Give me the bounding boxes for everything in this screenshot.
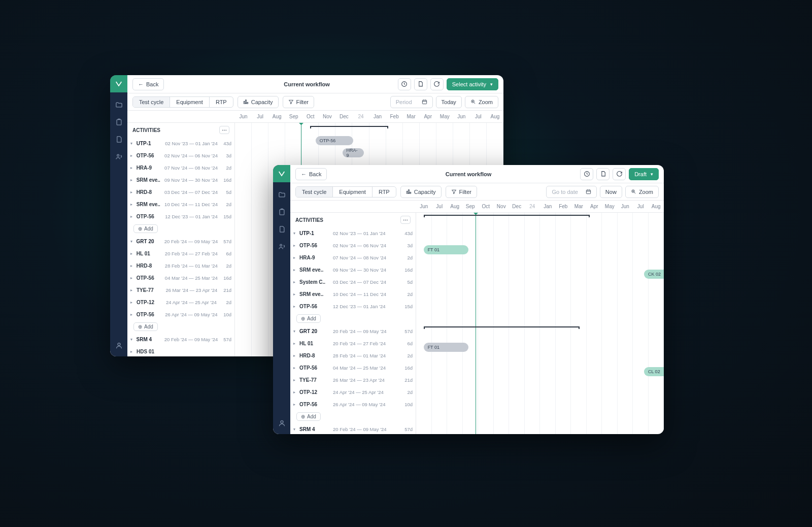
draft-button[interactable]: Draft [629, 168, 659, 180]
activity-row[interactable]: ▸HRA-907 Nov '24 — 08 Nov '242d [290, 251, 416, 264]
topbar: ←Back Current workflow Select activity [127, 75, 503, 93]
zoom-button[interactable]: Zoom [465, 96, 498, 108]
document-icon[interactable] [277, 224, 287, 234]
month-label: Jun [235, 111, 252, 122]
activity-group[interactable]: ▾SRM 420 Feb '24 — 09 May '2457d [127, 333, 234, 345]
period-input[interactable]: Period [390, 96, 433, 108]
svg-rect-7 [422, 100, 426, 104]
user-profile-icon[interactable] [277, 418, 287, 428]
activity-group[interactable]: ▾GRT 2020 Feb '24 — 09 May '2457d [290, 325, 416, 337]
add-button[interactable]: ⊕ Add [133, 224, 158, 233]
activity-row[interactable]: ▸OTP-5602 Nov '24 — 06 Nov '243d [127, 149, 234, 161]
activity-row[interactable]: ▸HL 0120 Feb '24 — 27 Feb '246d [127, 247, 234, 259]
document-icon[interactable] [114, 134, 124, 144]
app-logo[interactable] [110, 75, 127, 92]
month-label: Mar [403, 111, 420, 122]
document-button[interactable] [596, 168, 610, 180]
activity-row[interactable]: ▸HRD-803 Dec '24 — 07 Dec '245d [127, 186, 234, 198]
zoom-button[interactable]: Zoom [625, 186, 659, 198]
month-label: Dec [335, 111, 352, 122]
tab-test-cycle[interactable]: Test cycle [296, 187, 333, 197]
app-logo[interactable] [273, 165, 290, 182]
clipboard-icon[interactable] [114, 117, 124, 127]
svg-rect-9 [280, 209, 284, 215]
page-title: Current workflow [446, 171, 491, 177]
refresh-button[interactable] [430, 78, 444, 90]
filter-button[interactable]: Filter [283, 96, 314, 108]
activity-group[interactable]: ▾GRT 2020 Feb '24 — 09 May '2457d [127, 235, 234, 247]
plus-icon: ⊕ [138, 226, 142, 232]
history-button[interactable] [398, 78, 411, 90]
activity-group[interactable]: ▾UTP-102 Nov '23 — 01 Jan '2443d [127, 137, 234, 149]
svg-rect-14 [408, 190, 409, 193]
goto-date-input[interactable]: Go to date [546, 186, 596, 198]
svg-rect-4 [244, 102, 245, 104]
activity-row[interactable]: ▸OTP-5626 Apr '24 — 09 May '2410d [127, 308, 234, 320]
activity-row[interactable]: ▸SRM eve..10 Dec '24 — 11 Dec '242d [290, 288, 416, 300]
capacity-button[interactable]: Capacity [238, 96, 279, 108]
activity-group[interactable]: ▾SRM 420 Feb '24 — 09 May '2457d [290, 423, 416, 434]
capacity-button[interactable]: Capacity [400, 186, 442, 198]
back-button[interactable]: ←Back [295, 168, 327, 180]
month-label: 24 [352, 111, 369, 122]
activity-group[interactable]: ▾UTP-102 Nov '23 — 01 Jan '2443d [290, 227, 416, 239]
month-label: Sep [463, 201, 479, 212]
activity-row[interactable]: ▸TYE-7726 Mar '24 — 23 Apr '2421d [127, 284, 234, 296]
refresh-button[interactable] [613, 168, 626, 180]
clipboard-icon[interactable] [277, 207, 287, 217]
gantt-bar[interactable]: FT 01 [424, 245, 468, 254]
activity-row[interactable]: ▸SRM eve..09 Nov '24 — 30 Nov '2416d [290, 264, 416, 276]
svg-rect-16 [586, 190, 590, 193]
folder-icon[interactable] [114, 100, 124, 110]
activity-row[interactable]: ▸HRD-828 Feb '24 — 01 Mar '242d [290, 349, 416, 361]
plus-icon: ⊕ [138, 324, 142, 330]
tab-rtp[interactable]: RTP [373, 187, 396, 197]
users-icon[interactable] [277, 241, 287, 251]
tab-equipment[interactable]: Equipment [333, 187, 373, 197]
users-icon[interactable] [114, 151, 124, 161]
activity-panel: ACTIVITIES ⋯ ▾UTP-102 Nov '23 — 01 Jan '… [290, 213, 416, 434]
gantt-bar[interactable]: OTP-56 [316, 136, 353, 145]
month-label: Apr [420, 111, 436, 122]
history-button[interactable] [580, 168, 593, 180]
gantt-chart[interactable]: FT 01CK 02CK 08FT 04FT 01CL 02CH 08FT 04 [416, 213, 664, 434]
now-button[interactable]: Now [600, 186, 622, 198]
document-button[interactable] [414, 78, 427, 90]
activity-row[interactable]: ▸TYE-7726 Mar '24 — 23 Apr '2421d [290, 374, 416, 386]
select-activity-button[interactable]: Select activity [447, 78, 498, 90]
gantt-bar[interactable]: FT 01 [424, 343, 468, 352]
activity-row[interactable]: ▸HDS 01 [127, 345, 234, 356]
activity-row[interactable]: ▸OTP-5612 Dec '23 — 01 Jan '2415d [127, 210, 234, 222]
more-button[interactable]: ⋯ [219, 126, 229, 134]
folder-icon[interactable] [277, 189, 287, 200]
activity-row[interactable]: ▸HRA-907 Nov '24 — 08 Nov '242d [127, 161, 234, 174]
today-button[interactable]: Today [436, 96, 462, 108]
activity-row[interactable]: ▸HL 0120 Feb '24 — 27 Feb '246d [290, 337, 416, 349]
activity-row[interactable]: ▸OTP-5612 Dec '23 — 01 Jan '2415d [290, 300, 416, 312]
add-button[interactable]: ⊕ Add [296, 412, 321, 421]
month-label: Dec [509, 201, 525, 212]
activity-row[interactable]: ▸OTP-5604 Mar '24 — 25 Mar '2416d [290, 361, 416, 374]
month-label: Oct [302, 111, 319, 122]
activity-row[interactable]: ▸SRM eve..10 Dec '24 — 11 Dec '242d [127, 198, 234, 210]
tab-equipment[interactable]: Equipment [170, 97, 210, 107]
back-button[interactable]: ←Back [132, 78, 164, 90]
tab-rtp[interactable]: RTP [210, 97, 233, 107]
gantt-bar[interactable]: CK 02 [644, 270, 664, 279]
activity-row[interactable]: ▸HRD-828 Feb '24 — 01 Mar '242d [127, 259, 234, 272]
activity-row[interactable]: ▸SRM eve..09 Nov '24 — 30 Nov '2416d [127, 174, 234, 186]
filter-button[interactable]: Filter [446, 186, 477, 198]
user-profile-icon[interactable] [114, 340, 124, 350]
activity-row[interactable]: ▸OTP-5626 Apr '24 — 09 May '2410d [290, 398, 416, 410]
activity-row[interactable]: ▸OTP-5602 Nov '24 — 06 Nov '243d [290, 239, 416, 251]
add-button[interactable]: ⊕ Add [296, 314, 321, 323]
activity-row[interactable]: ▸OTP-5604 Mar '24 — 25 Mar '2416d [127, 272, 234, 284]
activity-row[interactable]: ▸OTP-1224 Apr '24 — 25 Apr '242d [127, 296, 234, 308]
gantt-bar[interactable]: CL 02 [644, 367, 664, 376]
gantt-bar[interactable]: HRA-9 [343, 148, 364, 157]
activity-row[interactable]: ▸System C..03 Dec '24 — 07 Dec '245d [290, 276, 416, 288]
activity-row[interactable]: ▸OTP-1224 Apr '24 — 25 Apr '242d [290, 386, 416, 398]
more-button[interactable]: ⋯ [400, 216, 411, 224]
tab-test-cycle[interactable]: Test cycle [133, 97, 170, 107]
add-button[interactable]: ⊕ Add [133, 322, 158, 331]
